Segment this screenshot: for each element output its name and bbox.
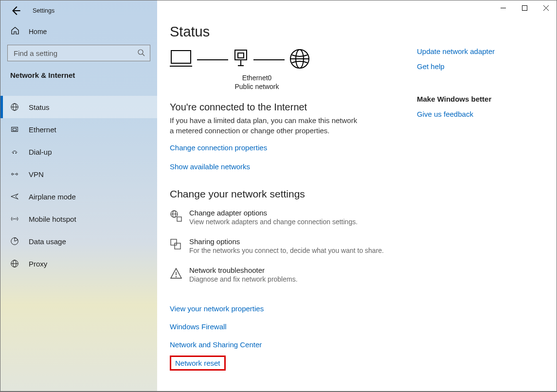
search-icon — [137, 49, 145, 58]
row-title: Sharing options — [189, 237, 384, 246]
row-sub: Diagnose and fix network problems. — [189, 275, 298, 283]
home-label: Home — [29, 28, 47, 36]
diagram-label: Ethernet0 Public network — [225, 73, 288, 91]
globe-icon — [10, 103, 20, 111]
nav-list: Status Ethernet Dial-up VPN Airplane mod… — [0, 96, 157, 275]
adapter-options-icon — [170, 210, 183, 224]
svg-point-11 — [16, 173, 18, 175]
nav-item-vpn[interactable]: VPN — [0, 163, 157, 185]
view-properties-link[interactable]: View your network properties — [170, 304, 264, 313]
proxy-icon — [10, 259, 20, 268]
home-icon — [10, 26, 20, 37]
change-adapter-row[interactable]: Change adapter options View network adap… — [170, 209, 557, 226]
change-connection-link[interactable]: Change connection properties — [170, 143, 267, 152]
app-title: Settings — [33, 7, 54, 14]
svg-point-1 — [138, 50, 143, 54]
nav-label: Status — [29, 103, 50, 111]
network-diagram — [170, 49, 557, 71]
nav-label: Proxy — [29, 260, 47, 268]
dialup-icon — [10, 147, 20, 156]
svg-rect-25 — [238, 53, 244, 58]
row-title: Network troubleshooter — [189, 266, 298, 274]
nav-item-dialup[interactable]: Dial-up — [0, 141, 157, 163]
sharing-center-link[interactable]: Network and Sharing Center — [170, 340, 262, 349]
nav-item-airplane[interactable]: Airplane mode — [0, 185, 157, 208]
row-title: Change adapter options — [189, 209, 358, 217]
hotspot-icon — [10, 214, 20, 223]
troubleshooter-row[interactable]: Network troubleshooter Diagnose and fix … — [170, 266, 557, 283]
windows-firewall-link[interactable]: Windows Firewall — [170, 322, 227, 331]
content-area: Status Ethernet0 Public network You're c… — [157, 0, 557, 391]
svg-rect-19 — [522, 5, 527, 10]
nav-item-proxy[interactable]: Proxy — [0, 252, 157, 275]
section-title: Network & Internet — [0, 67, 157, 86]
close-button[interactable] — [535, 0, 557, 15]
svg-point-38 — [176, 276, 177, 277]
nav-label: Dial-up — [29, 148, 52, 156]
adapter-name: Ethernet0 — [225, 73, 288, 82]
warning-icon — [170, 267, 183, 281]
svg-rect-35 — [171, 239, 177, 245]
search-input[interactable] — [13, 49, 137, 58]
get-help-link[interactable]: Get help — [417, 62, 495, 71]
update-adapter-link[interactable]: Update network adapter — [417, 47, 495, 55]
svg-line-2 — [143, 54, 144, 56]
connected-body: If you have a limited data plan, you can… — [170, 116, 359, 136]
show-networks-link[interactable]: Show available networks — [170, 162, 250, 171]
svg-rect-36 — [175, 243, 180, 249]
arrow-left-icon — [10, 5, 21, 16]
network-type: Public network — [225, 82, 288, 91]
make-better-heading: Make Windows better — [417, 95, 495, 103]
sharing-options-row[interactable]: Sharing options For the networks you con… — [170, 237, 557, 254]
sidebar: Settings Home Network & Internet Status … — [0, 0, 157, 391]
nav-label: Mobile hotspot — [29, 215, 76, 223]
pc-icon — [170, 49, 192, 70]
airplane-icon — [10, 192, 20, 201]
svg-rect-34 — [177, 217, 181, 221]
datausage-icon — [10, 237, 20, 246]
diagram-line — [253, 59, 285, 60]
change-settings-heading: Change your network settings — [170, 188, 557, 200]
network-reset-link[interactable]: Network reset — [175, 359, 220, 367]
nav-label: Ethernet — [29, 125, 56, 134]
nav-label: Data usage — [29, 237, 66, 246]
svg-point-9 — [16, 153, 17, 154]
back-button[interactable] — [10, 5, 21, 16]
maximize-button[interactable] — [514, 0, 535, 15]
nav-item-ethernet[interactable]: Ethernet — [0, 118, 157, 141]
window-controls — [492, 0, 557, 15]
nav-label: VPN — [29, 170, 44, 178]
vpn-icon — [10, 170, 20, 178]
nav-item-datausage[interactable]: Data usage — [0, 230, 157, 252]
diagram-line — [197, 59, 228, 60]
internet-icon — [289, 49, 310, 71]
connected-heading: You're connected to the Internet — [170, 102, 557, 113]
nav-item-hotspot[interactable]: Mobile hotspot — [0, 208, 157, 230]
nav-item-status[interactable]: Status — [0, 96, 157, 118]
svg-point-10 — [12, 173, 14, 175]
ethernet-icon — [10, 125, 20, 134]
row-sub: View network adapters and change connect… — [189, 218, 358, 226]
highlight-box: Network reset — [170, 356, 226, 371]
home-nav-item[interactable]: Home — [0, 21, 157, 42]
row-sub: For the networks you connect to, decide … — [189, 247, 384, 254]
page-title: Status — [170, 24, 557, 40]
svg-point-8 — [13, 153, 14, 154]
nav-label: Airplane mode — [29, 193, 76, 201]
adapter-icon — [233, 49, 249, 70]
svg-rect-22 — [171, 51, 191, 63]
minimize-button[interactable] — [492, 0, 514, 15]
sharing-icon — [170, 238, 183, 252]
svg-point-13 — [14, 218, 15, 219]
search-box[interactable] — [7, 45, 150, 61]
feedback-link[interactable]: Give us feedback — [417, 110, 495, 118]
right-column: Update network adapter Get help Make Win… — [417, 47, 495, 125]
svg-rect-7 — [13, 128, 16, 131]
